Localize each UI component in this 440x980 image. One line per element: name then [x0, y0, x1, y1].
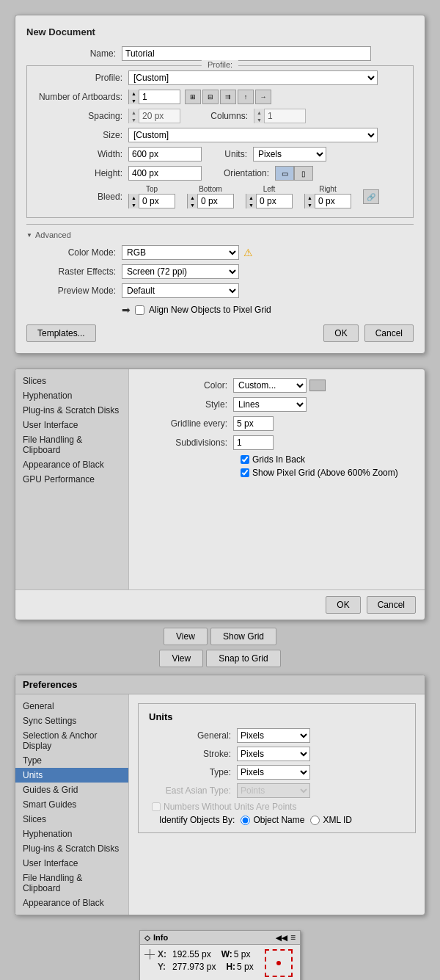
grid-style-select[interactable]: Lines — [233, 397, 307, 412]
units-section: Units General: Pixels Stroke: Pixels — [138, 703, 416, 833]
sidebar-hyphenation[interactable]: Hyphenation — [15, 827, 128, 841]
subdiv-input[interactable] — [233, 435, 274, 450]
bleed-bottom-spinner[interactable]: ▲ ▼ 0 px — [187, 194, 234, 208]
bleed-left-up[interactable]: ▲ — [246, 194, 256, 201]
sidebar-item-hyphenation[interactable]: Hyphenation — [15, 388, 128, 403]
bleed-bottom-down[interactable]: ▼ — [188, 201, 197, 208]
bleed-top-spinner[interactable]: ▲ ▼ 0 px — [128, 194, 175, 208]
layout-row-btn[interactable]: ⊟ — [202, 90, 219, 104]
sidebar-appearance[interactable]: Appearance of Black — [15, 896, 128, 910]
bleed-right-label: Right — [319, 185, 336, 193]
bleed-left-spinner[interactable]: ▲ ▼ 0 px — [246, 194, 293, 208]
grid-color-select[interactable]: Custom... — [233, 378, 307, 393]
color-mode-select[interactable]: RGB — [122, 245, 239, 260]
spacing-value: 20 px — [139, 111, 180, 121]
arrange-up-btn[interactable]: ↑ — [238, 90, 254, 104]
sidebar-file[interactable]: File Handling & Clipboard — [15, 871, 128, 896]
size-select[interactable]: [Custom] — [128, 128, 378, 142]
sidebar-general[interactable]: General — [15, 699, 128, 714]
info-menu-icon[interactable]: ≡ — [290, 932, 296, 943]
info-title: Info — [153, 933, 168, 942]
ok-button[interactable]: OK — [323, 324, 358, 342]
name-input[interactable] — [122, 46, 371, 61]
cols-up[interactable]: ▲ — [254, 109, 264, 116]
snap-to-grid-button[interactable]: Snap to Grid — [206, 650, 280, 667]
raster-select[interactable]: Screen (72 ppi) — [122, 264, 239, 279]
bleed-bottom-up[interactable]: ▲ — [188, 194, 197, 201]
bleed-top-down[interactable]: ▼ — [129, 201, 139, 208]
xml-id-radio[interactable] — [310, 816, 320, 825]
bleed-right-spinner[interactable]: ▲ ▼ 0 px — [304, 194, 351, 208]
grids-in-back-checkbox[interactable] — [241, 455, 249, 464]
units-type-select[interactable]: Pixels — [237, 765, 310, 780]
bleed-left-label: Left — [263, 185, 276, 193]
artboards-arrows[interactable]: ▲ ▼ — [129, 90, 139, 104]
sidebar-type[interactable]: Type — [15, 753, 128, 768]
profile-select[interactable]: [Custom] — [128, 70, 378, 85]
units-general-select[interactable]: Pixels — [237, 728, 310, 743]
units-stroke-select[interactable]: Pixels — [237, 747, 310, 761]
sidebar-plugins[interactable]: Plug-ins & Scratch Disks — [15, 841, 128, 856]
bleed-left-down[interactable]: ▼ — [246, 201, 256, 208]
bleed-left-val: 0 px — [257, 196, 292, 206]
show-grid-button[interactable]: Show Grid — [210, 628, 276, 645]
advanced-toggle[interactable]: ▼ Advanced — [26, 231, 414, 239]
sidebar-smart-guides[interactable]: Smart Guides — [15, 797, 128, 812]
align-checkbox[interactable] — [135, 305, 144, 315]
units-prefs-content: Units General: Pixels Stroke: Pixels — [129, 694, 425, 915]
grid-cancel-button[interactable]: Cancel — [367, 596, 416, 614]
bleed-top-up[interactable]: ▲ — [129, 194, 139, 201]
cancel-button[interactable]: Cancel — [364, 324, 414, 342]
sidebar-item-gpu[interactable]: GPU Performance — [15, 472, 128, 487]
arrange-right-btn[interactable]: → — [255, 90, 271, 104]
landscape-btn[interactable]: ▯ — [294, 166, 313, 181]
artboards-up[interactable]: ▲ — [129, 90, 139, 97]
bleed-bottom-label: Bottom — [199, 185, 222, 193]
object-name-radio[interactable] — [241, 816, 250, 825]
height-row: Height: Orientation: ▭ ▯ — [33, 166, 407, 181]
sidebar-item-slices[interactable]: Slices — [15, 374, 128, 388]
sidebar-selection[interactable]: Selection & Anchor Display — [15, 728, 128, 753]
units-stroke-label: Stroke: — [149, 749, 237, 759]
spacing-spinner[interactable]: ▲ ▼ 20 px — [128, 109, 180, 123]
bleed-lock-icon[interactable]: 🔗 — [363, 189, 379, 204]
gridline-input[interactable] — [233, 416, 274, 431]
view-button-1[interactable]: View — [164, 628, 208, 645]
sidebar-item-plugins[interactable]: Plug-ins & Scratch Disks — [15, 403, 128, 418]
sidebar-group: Slices Hyphenation Plug-ins & Scratch Di… — [15, 372, 128, 488]
sidebar-slices[interactable]: Slices — [15, 812, 128, 827]
sidebar-guides[interactable]: Guides & Grid — [15, 783, 128, 797]
spacing-up[interactable]: ▲ — [129, 109, 139, 116]
x-value: 192.55 px — [172, 949, 211, 959]
units-select[interactable]: Pixels — [253, 147, 326, 161]
layout-col-btn[interactable]: ⇉ — [220, 90, 236, 104]
show-pixel-grid-checkbox[interactable] — [241, 468, 249, 477]
sidebar-item-ui[interactable]: User Interface — [15, 418, 128, 432]
bleed-right-down[interactable]: ▼ — [305, 201, 315, 208]
width-input[interactable] — [128, 147, 202, 161]
raster-row: Raster Effects: Screen (72 ppi) — [26, 264, 414, 279]
sidebar-units[interactable]: Units — [15, 768, 128, 783]
advanced-section: ▼ Advanced Color Mode: RGB ⚠ Raster Effe… — [26, 224, 414, 316]
sidebar-sync[interactable]: Sync Settings — [15, 714, 128, 728]
new-document-dialog: New Document Name: Profile: Profile: [Cu… — [15, 15, 425, 354]
sidebar-item-appearance[interactable]: Appearance of Black — [15, 457, 128, 472]
templates-button[interactable]: Templates... — [26, 324, 96, 342]
sidebar-item-file[interactable]: File Handling & Clipboard — [15, 432, 128, 457]
spacing-down[interactable]: ▼ — [129, 116, 139, 123]
view-button-2[interactable]: View — [159, 650, 203, 667]
portrait-btn[interactable]: ▭ — [275, 166, 294, 181]
columns-spinner[interactable]: ▲ ▼ 1 — [254, 109, 306, 123]
info-collapse-icon[interactable]: ◀◀ — [276, 934, 287, 942]
preview-select[interactable]: Default — [122, 283, 239, 298]
cols-down[interactable]: ▼ — [254, 116, 264, 123]
layout-grid-btn[interactable]: ⊞ — [185, 90, 201, 104]
height-input[interactable] — [128, 166, 202, 181]
sidebar-ui[interactable]: User Interface — [15, 856, 128, 871]
artboards-label: Number of Artboards: — [33, 92, 128, 102]
artboards-spinner[interactable]: ▲ ▼ 1 — [128, 90, 180, 104]
bleed-right-up[interactable]: ▲ — [305, 194, 315, 201]
artboards-down[interactable]: ▼ — [129, 97, 139, 104]
gridline-label: Gridline every: — [138, 418, 233, 429]
grid-ok-button[interactable]: OK — [326, 596, 360, 614]
